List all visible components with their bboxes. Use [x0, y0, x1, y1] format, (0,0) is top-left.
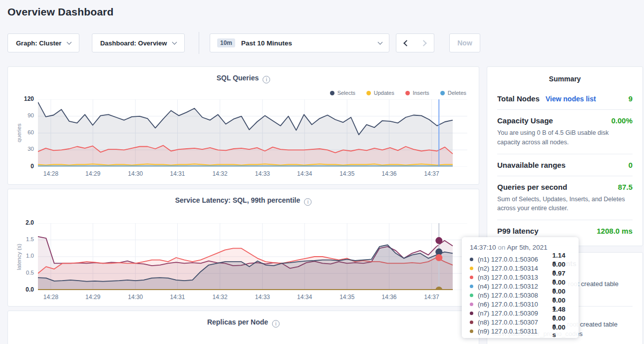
node-series-dot-icon — [470, 267, 473, 270]
chart-hover-tooltip: 14:37:10 on Apr 5th, 2021 (n1) 127.0.0.1… — [462, 237, 579, 338]
tooltip-node-address: (n6) 127.0.0.1:50310 — [478, 301, 552, 308]
x-tick-label: 14:34 — [292, 294, 317, 301]
legend-dot-icon — [366, 91, 371, 95]
chart-title-text: SQL Queries — [217, 74, 259, 82]
summary-row-value: 87.5 — [618, 183, 633, 191]
summary-row-value: 0 — [629, 161, 633, 169]
x-tick-label: 14:30 — [123, 170, 148, 177]
x-tick-label: 14:28 — [38, 170, 63, 177]
x-tick-label: 14:35 — [334, 170, 359, 177]
tooltip-node-address: (n3) 127.0.0.1:50313 — [478, 274, 552, 281]
chevron-left-icon — [403, 40, 410, 46]
legend-item[interactable]: Deletes — [440, 90, 466, 96]
chart-title: Service Latency: SQL, 99th percentilei — [8, 196, 479, 206]
x-tick-label: 14:28 — [38, 294, 63, 301]
tooltip-row: (n9) 127.0.0.1:503110.00 s — [470, 327, 571, 336]
dashboard-dropdown[interactable]: Dashboard: Overview — [92, 33, 185, 52]
x-tick-label: 14:31 — [165, 170, 190, 177]
legend-label: Inserts — [413, 90, 429, 96]
summary-row: Capacity Usage0.00%You are using 0 B of … — [497, 109, 633, 154]
legend-label: Deletes — [448, 90, 466, 96]
replicas-per-node-chart-card: Replicas per Nodei — [7, 311, 479, 344]
x-tick-label: 14:29 — [80, 170, 105, 177]
node-series-dot-icon — [470, 330, 473, 333]
tooltip-node-address: (n7) 127.0.0.1:50309 — [478, 310, 552, 317]
y-tick-label: 0.0 — [8, 286, 34, 293]
legend-item[interactable]: Selects — [330, 90, 355, 96]
x-tick-label: 14:36 — [376, 294, 401, 301]
x-tick-label: 14:34 — [292, 170, 317, 177]
node-series-dot-icon — [470, 321, 473, 324]
info-icon[interactable]: i — [304, 198, 312, 206]
range-label: Past 10 Minutes — [241, 39, 292, 47]
chevron-right-icon — [420, 40, 427, 46]
summary-row-value: 0.00% — [611, 116, 633, 125]
node-series-dot-icon — [470, 303, 473, 306]
x-tick-label: 14:36 — [376, 170, 401, 177]
chevron-down-icon — [172, 40, 177, 45]
chart-title-text: Service Latency: SQL, 99th percentile — [175, 196, 301, 204]
y-tick-label: 0.5 — [8, 270, 34, 276]
tooltip-node-value: 0.00 s — [552, 324, 571, 339]
info-icon[interactable]: i — [272, 320, 280, 328]
x-tick-label: 14:33 — [250, 170, 275, 177]
summary-panel: Summary Total NodesView nodes list9Capac… — [487, 66, 643, 246]
x-tick-label: 14:31 — [165, 294, 190, 301]
x-tick-label: 14:37 — [419, 294, 444, 301]
summary-row-label: Queries per second — [497, 183, 567, 191]
node-series-dot-icon — [470, 258, 473, 261]
legend-dot-icon — [440, 91, 445, 95]
legend-label: Selects — [337, 90, 355, 96]
tooltip-node-address: (n4) 127.0.0.1:50312 — [478, 283, 552, 290]
x-tick-label: 14:32 — [208, 170, 233, 177]
summary-title: Summary — [497, 75, 633, 83]
legend-item[interactable]: Inserts — [405, 90, 429, 96]
chart-title: SQL Queriesi — [8, 74, 479, 83]
chevron-down-icon — [67, 40, 72, 45]
info-icon[interactable]: i — [263, 76, 270, 83]
node-series-dot-icon — [470, 285, 473, 288]
time-prev-button[interactable] — [396, 33, 415, 52]
y-tick-label: 1.5 — [8, 236, 34, 242]
tooltip-node-address: (n1) 127.0.0.1:50306 — [478, 256, 552, 263]
sql-queries-chart-card: SQL Queriesi SelectsUpdatesInsertsDelete… — [7, 66, 479, 185]
summary-row: Total NodesView nodes list9 — [497, 88, 633, 109]
x-tick-label: 14:33 — [250, 294, 275, 301]
legend-dot-icon — [330, 91, 334, 95]
graph-dropdown[interactable]: Graph: Cluster — [7, 33, 79, 52]
view-nodes-list-link[interactable]: View nodes list — [546, 95, 596, 103]
x-tick-label: 14:35 — [334, 294, 359, 301]
range-badge: 10m — [217, 38, 235, 47]
legend-item[interactable]: Updates — [366, 90, 394, 96]
now-button[interactable]: Now — [449, 33, 480, 52]
tooltip-node-address: (n2) 127.0.0.1:50314 — [478, 265, 552, 272]
tooltip-node-address: (n9) 127.0.0.1:50311 — [478, 328, 552, 335]
x-tick-label: 14:29 — [80, 294, 105, 301]
summary-row: Unavailable ranges0 — [497, 154, 633, 176]
chart-plot-area[interactable] — [38, 223, 467, 290]
summary-row-label: Capacity Usage — [497, 116, 553, 125]
x-tick-label: 14:30 — [123, 294, 148, 301]
time-next-button[interactable] — [415, 33, 434, 52]
summary-row-value: 1208.0 ms — [597, 227, 633, 235]
summary-row-description: Sum of Selects, Updates, Inserts, and De… — [497, 195, 633, 214]
chart-plot-area[interactable] — [38, 99, 467, 167]
dashboard-dropdown-label: Dashboard: Overview — [100, 39, 167, 47]
graph-dropdown-label: Graph: Cluster — [16, 39, 61, 47]
tooltip-timestamp: 14:37:10 on Apr 5th, 2021 — [470, 244, 571, 251]
summary-row-label: Total Nodes — [497, 94, 540, 103]
summary-row: Queries per second87.5Sum of Selects, Up… — [497, 176, 633, 220]
time-range-dropdown[interactable]: 10m Past 10 Minutes — [210, 33, 389, 52]
page-title: Overview Dashboard — [7, 6, 114, 18]
service-latency-chart-card: Service Latency: SQL, 99th percentilei l… — [7, 189, 479, 307]
tooltip-node-address: (n5) 127.0.0.1:50308 — [478, 292, 552, 299]
chart-legend: SelectsUpdatesInsertsDeletes — [330, 90, 466, 96]
node-series-dot-icon — [470, 312, 473, 315]
x-tick-label: 14:37 — [419, 170, 444, 177]
x-tick-label: 14:32 — [208, 294, 233, 301]
node-series-dot-icon — [470, 276, 473, 279]
legend-dot-icon — [405, 91, 410, 95]
y-tick-label: 60 — [8, 129, 34, 135]
y-tick-label: 30 — [8, 146, 34, 152]
tooltip-node-address: (n8) 127.0.0.1:50307 — [478, 319, 552, 326]
